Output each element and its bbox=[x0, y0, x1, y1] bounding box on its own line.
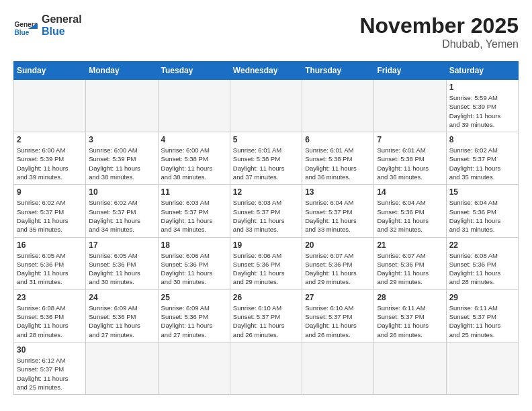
day-number: 27 bbox=[305, 293, 371, 302]
calendar-cell: 23Sunrise: 6:08 AM Sunset: 5:36 PM Dayli… bbox=[14, 289, 86, 342]
calendar-cell bbox=[86, 342, 158, 394]
week-row-4: 16Sunrise: 6:05 AM Sunset: 5:36 PM Dayli… bbox=[14, 237, 519, 289]
day-number: 25 bbox=[161, 293, 227, 302]
day-info: Sunrise: 6:05 AM Sunset: 5:36 PM Dayligh… bbox=[17, 251, 83, 287]
day-number: 28 bbox=[377, 293, 443, 302]
day-number: 10 bbox=[89, 187, 154, 197]
calendar-cell: 3Sunrise: 6:00 AM Sunset: 5:39 PM Daylig… bbox=[86, 132, 158, 185]
day-number: 13 bbox=[305, 187, 371, 197]
day-number: 6 bbox=[305, 135, 371, 144]
days-of-week-row: SundayMondayTuesdayWednesdayThursdayFrid… bbox=[14, 62, 519, 80]
calendar-cell: 5Sunrise: 6:01 AM Sunset: 5:38 PM Daylig… bbox=[230, 132, 302, 185]
day-info: Sunrise: 6:03 AM Sunset: 5:37 PM Dayligh… bbox=[161, 198, 227, 234]
calendar-cell bbox=[86, 80, 158, 132]
logo: General Blue General Blue bbox=[13, 13, 82, 38]
calendar-cell: 18Sunrise: 6:06 AM Sunset: 5:36 PM Dayli… bbox=[158, 237, 230, 289]
day-number: 17 bbox=[89, 240, 154, 250]
title-block: November 2025 Dhubab, Yemen bbox=[359, 13, 519, 50]
calendar-cell bbox=[158, 342, 230, 394]
day-number: 9 bbox=[17, 187, 83, 197]
day-number: 3 bbox=[89, 135, 154, 144]
day-info: Sunrise: 6:04 AM Sunset: 5:36 PM Dayligh… bbox=[377, 198, 443, 234]
day-number: 7 bbox=[377, 135, 443, 144]
calendar-cell: 15Sunrise: 6:04 AM Sunset: 5:36 PM Dayli… bbox=[446, 185, 518, 237]
day-number: 19 bbox=[233, 240, 299, 250]
day-header-sunday: Sunday bbox=[14, 62, 86, 80]
day-number: 11 bbox=[161, 187, 227, 197]
day-info: Sunrise: 6:10 AM Sunset: 5:37 PM Dayligh… bbox=[305, 304, 371, 339]
calendar-cell: 9Sunrise: 6:02 AM Sunset: 5:37 PM Daylig… bbox=[14, 185, 86, 237]
calendar-cell: 24Sunrise: 6:09 AM Sunset: 5:36 PM Dayli… bbox=[86, 289, 158, 342]
day-info: Sunrise: 6:06 AM Sunset: 5:36 PM Dayligh… bbox=[161, 251, 227, 287]
day-number: 30 bbox=[17, 345, 83, 355]
day-number: 15 bbox=[449, 187, 515, 197]
day-info: Sunrise: 6:01 AM Sunset: 5:38 PM Dayligh… bbox=[305, 146, 371, 181]
day-header-monday: Monday bbox=[86, 62, 158, 80]
calendar-cell: 28Sunrise: 6:11 AM Sunset: 5:37 PM Dayli… bbox=[374, 289, 446, 342]
day-info: Sunrise: 6:01 AM Sunset: 5:38 PM Dayligh… bbox=[233, 146, 299, 181]
calendar-cell bbox=[374, 342, 446, 394]
calendar-cell bbox=[302, 80, 374, 132]
day-header-tuesday: Tuesday bbox=[158, 62, 230, 80]
day-info: Sunrise: 6:02 AM Sunset: 5:37 PM Dayligh… bbox=[89, 198, 154, 234]
logo-general-text: General bbox=[42, 13, 82, 26]
week-row-1: 1Sunrise: 5:59 AM Sunset: 5:39 PM Daylig… bbox=[14, 80, 519, 132]
day-header-friday: Friday bbox=[374, 62, 446, 80]
day-number: 1 bbox=[449, 83, 515, 92]
calendar-cell: 11Sunrise: 6:03 AM Sunset: 5:37 PM Dayli… bbox=[158, 185, 230, 237]
week-row-2: 2Sunrise: 6:00 AM Sunset: 5:39 PM Daylig… bbox=[14, 132, 519, 185]
calendar-cell bbox=[230, 342, 302, 394]
calendar-cell: 19Sunrise: 6:06 AM Sunset: 5:36 PM Dayli… bbox=[230, 237, 302, 289]
day-number: 18 bbox=[161, 240, 227, 250]
calendar-cell: 12Sunrise: 6:03 AM Sunset: 5:37 PM Dayli… bbox=[230, 185, 302, 237]
day-info: Sunrise: 6:01 AM Sunset: 5:38 PM Dayligh… bbox=[377, 146, 443, 181]
calendar-cell: 7Sunrise: 6:01 AM Sunset: 5:38 PM Daylig… bbox=[374, 132, 446, 185]
calendar-cell bbox=[158, 80, 230, 132]
logo-icon: General Blue bbox=[13, 13, 38, 38]
day-info: Sunrise: 6:05 AM Sunset: 5:36 PM Dayligh… bbox=[89, 251, 154, 287]
day-info: Sunrise: 6:00 AM Sunset: 5:38 PM Dayligh… bbox=[161, 146, 227, 181]
day-info: Sunrise: 6:07 AM Sunset: 5:36 PM Dayligh… bbox=[377, 251, 443, 287]
day-number: 16 bbox=[17, 240, 83, 250]
day-number: 29 bbox=[449, 293, 515, 302]
calendar-cell: 10Sunrise: 6:02 AM Sunset: 5:37 PM Dayli… bbox=[86, 185, 158, 237]
logo-blue-text: Blue bbox=[42, 26, 82, 38]
day-number: 8 bbox=[449, 135, 515, 144]
day-info: Sunrise: 6:08 AM Sunset: 5:36 PM Dayligh… bbox=[449, 251, 515, 287]
svg-text:Blue: Blue bbox=[14, 29, 29, 36]
week-row-5: 23Sunrise: 6:08 AM Sunset: 5:36 PM Dayli… bbox=[14, 289, 519, 342]
day-header-saturday: Saturday bbox=[446, 62, 518, 80]
day-info: Sunrise: 6:07 AM Sunset: 5:36 PM Dayligh… bbox=[305, 251, 371, 287]
day-info: Sunrise: 6:06 AM Sunset: 5:36 PM Dayligh… bbox=[233, 251, 299, 287]
calendar-cell: 2Sunrise: 6:00 AM Sunset: 5:39 PM Daylig… bbox=[14, 132, 86, 185]
calendar-cell: 4Sunrise: 6:00 AM Sunset: 5:38 PM Daylig… bbox=[158, 132, 230, 185]
day-info: Sunrise: 6:04 AM Sunset: 5:36 PM Dayligh… bbox=[449, 198, 515, 234]
day-info: Sunrise: 5:59 AM Sunset: 5:39 PM Dayligh… bbox=[449, 93, 515, 129]
week-row-3: 9Sunrise: 6:02 AM Sunset: 5:37 PM Daylig… bbox=[14, 185, 519, 237]
day-info: Sunrise: 6:00 AM Sunset: 5:39 PM Dayligh… bbox=[89, 146, 154, 181]
month-title: November 2025 bbox=[359, 13, 519, 38]
calendar-cell bbox=[302, 342, 374, 394]
day-info: Sunrise: 6:04 AM Sunset: 5:37 PM Dayligh… bbox=[305, 198, 371, 234]
day-number: 14 bbox=[377, 187, 443, 197]
calendar-cell: 20Sunrise: 6:07 AM Sunset: 5:36 PM Dayli… bbox=[302, 237, 374, 289]
day-number: 2 bbox=[17, 135, 83, 144]
day-number: 26 bbox=[233, 293, 299, 302]
day-number: 20 bbox=[305, 240, 371, 250]
day-info: Sunrise: 6:09 AM Sunset: 5:36 PM Dayligh… bbox=[161, 304, 227, 339]
calendar-cell: 16Sunrise: 6:05 AM Sunset: 5:36 PM Dayli… bbox=[14, 237, 86, 289]
calendar-cell bbox=[14, 80, 86, 132]
day-info: Sunrise: 6:12 AM Sunset: 5:37 PM Dayligh… bbox=[17, 356, 83, 392]
calendar-cell: 27Sunrise: 6:10 AM Sunset: 5:37 PM Dayli… bbox=[302, 289, 374, 342]
calendar-cell: 29Sunrise: 6:11 AM Sunset: 5:37 PM Dayli… bbox=[446, 289, 518, 342]
day-number: 24 bbox=[89, 293, 154, 302]
calendar-cell: 30Sunrise: 6:12 AM Sunset: 5:37 PM Dayli… bbox=[14, 342, 86, 394]
calendar-header: SundayMondayTuesdayWednesdayThursdayFrid… bbox=[14, 62, 519, 80]
location: Dhubab, Yemen bbox=[359, 38, 519, 50]
calendar-body: 1Sunrise: 5:59 AM Sunset: 5:39 PM Daylig… bbox=[14, 80, 519, 395]
day-number: 22 bbox=[449, 240, 515, 250]
calendar-cell: 8Sunrise: 6:02 AM Sunset: 5:37 PM Daylig… bbox=[446, 132, 518, 185]
day-info: Sunrise: 6:11 AM Sunset: 5:37 PM Dayligh… bbox=[377, 304, 443, 339]
calendar-cell: 6Sunrise: 6:01 AM Sunset: 5:38 PM Daylig… bbox=[302, 132, 374, 185]
calendar-cell bbox=[446, 342, 518, 394]
